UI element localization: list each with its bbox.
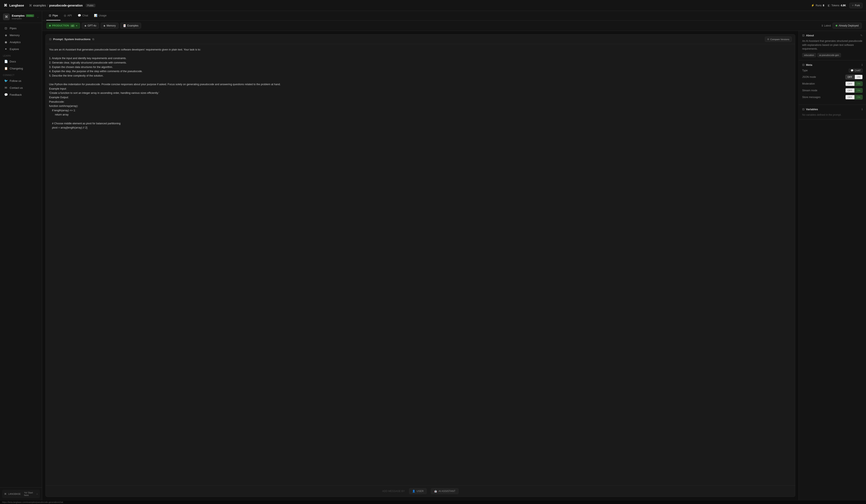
json-mode-toggle: OFF ON xyxy=(845,75,863,79)
about-text: An AI Assistant that generates structure… xyxy=(802,39,863,51)
variables-title: ⊡ Variables xyxy=(802,108,818,111)
breadcrumb-icon: ⌘ xyxy=(29,4,32,7)
model-button[interactable]: ◈ GPT-4o xyxy=(82,23,99,28)
sidebar-item-pipes[interactable]: ⊡ Pipes xyxy=(1,25,41,32)
sidebar-item-changelog[interactable]: 📋 Changelog xyxy=(1,65,41,72)
prod-chevron: ▾ xyxy=(76,24,77,27)
json-mode-row: JSON mode OFF ON xyxy=(802,75,863,79)
meta-icon: ⊡ xyxy=(802,63,804,67)
examples-button[interactable]: 🃏 Examples xyxy=(120,23,141,28)
tab-api[interactable]: ◎ API xyxy=(61,11,74,20)
runs-stat: ⚡ Runs 8 xyxy=(811,4,824,7)
production-button[interactable]: PRODUCTION v2 ▾ xyxy=(46,23,80,28)
tokens-icon: ◧ xyxy=(828,4,830,7)
about-title-text: About xyxy=(806,34,814,37)
model-label: GPT-4o xyxy=(88,24,96,27)
stream-off[interactable]: OFF xyxy=(845,88,855,93)
sidebar-item-docs[interactable]: 📄 Docs xyxy=(1,58,41,65)
changelog-icon: 📋 xyxy=(4,67,8,70)
analytics-icon: ◉ xyxy=(4,41,8,44)
about-header: ⊡ About ✎ xyxy=(802,34,863,37)
pipe-tab-label: Pipe xyxy=(53,14,58,17)
langbase-footer-label: LANGBASE xyxy=(8,493,21,495)
pipe-body: ⊡ Prompt: System Instructions ⧉ ⊙ Compar… xyxy=(42,31,866,500)
tab-pipe[interactable]: ⊡ Pipe xyxy=(46,11,60,20)
store-on[interactable]: ON xyxy=(855,95,863,100)
about-section: ⊡ About ✎ An AI Assistant that generates… xyxy=(799,31,866,60)
store-messages-row: Store messages OFF ON xyxy=(802,95,863,100)
brand[interactable]: ⌘ Langbase xyxy=(3,3,24,8)
workspace-switcher[interactable]: ⌘ Examples Hobby examples ⌄ xyxy=(0,11,42,23)
store-off[interactable]: OFF xyxy=(845,95,855,100)
add-ai-button[interactable]: 🤖 AI ASSISTANT xyxy=(431,488,458,494)
prod-status-dot xyxy=(49,25,51,26)
topbar-right: ⚡ Runs 8 ◧ Tokens 4.8K ⑂ Fork xyxy=(811,3,863,8)
store-messages-key: Store messages xyxy=(802,96,821,99)
memory-tool-icon: ◈ xyxy=(103,24,105,27)
add-user-button[interactable]: 👤 USER xyxy=(409,488,427,494)
workspace-sub: examples xyxy=(12,17,35,20)
workspace-name: Examples xyxy=(12,14,25,17)
runs-icon: ⚡ xyxy=(811,4,814,7)
variables-header: ⊡ Variables ℹ xyxy=(802,108,863,111)
json-mode-on[interactable]: ON xyxy=(855,75,863,79)
follow-label: Follow us xyxy=(10,79,21,82)
analytics-label: Analytics xyxy=(10,41,21,44)
about-title: ⊡ About xyxy=(802,34,814,37)
prompt-copy-icon[interactable]: ⧉ xyxy=(92,38,94,41)
moderation-row: Moderation OFF ON xyxy=(802,81,863,86)
start-here-button[interactable]: ⌘ LANGBASE Yo! Start here » xyxy=(2,490,40,498)
sidebar: ⌘ Examples Hobby examples ⌄ ⊡ Pipes ◈ Me… xyxy=(0,11,42,500)
memory-button[interactable]: ◈ Memory xyxy=(101,23,118,28)
sidebar-item-analytics[interactable]: ◉ Analytics xyxy=(1,39,41,45)
moderation-off[interactable]: OFF xyxy=(845,81,855,86)
latest-indicator: ℹ Latest xyxy=(822,24,831,27)
sidebar-item-contact[interactable]: ✉ Contact us xyxy=(1,84,41,91)
chat-tab-icon: 💬 xyxy=(78,14,81,17)
compare-versions-button[interactable]: ⊙ Compare Versions xyxy=(765,37,792,42)
user-label: USER xyxy=(417,490,423,493)
api-tab-label: API xyxy=(67,14,72,17)
usage-tab-icon: 📊 xyxy=(94,14,97,17)
tab-chat[interactable]: 💬 Chat xyxy=(75,11,91,20)
variables-icon: ⊡ xyxy=(802,108,804,111)
prod-label: PRODUCTION xyxy=(52,24,69,27)
already-deployed-button[interactable]: Already Deployed xyxy=(833,23,862,28)
prompt-content[interactable]: You are an AI Assistant that generates p… xyxy=(46,44,795,485)
examples-label: Examples xyxy=(127,24,138,27)
deployed-label: Already Deployed xyxy=(839,24,859,27)
sidebar-item-memory[interactable]: ◈ Memory xyxy=(1,32,41,38)
learn-section-label: Learn xyxy=(0,53,42,58)
fork-button[interactable]: ⑂ Fork xyxy=(850,3,863,8)
about-icon: ⊡ xyxy=(802,34,804,37)
sidebar-footer: ⌘ LANGBASE Yo! Start here » xyxy=(0,488,42,500)
stream-mode-row: Stream mode OFF ON xyxy=(802,88,863,93)
stream-on[interactable]: ON xyxy=(855,88,863,93)
sidebar-item-explore[interactable]: ✦ Explore xyxy=(1,46,41,53)
moderation-key: Moderation xyxy=(802,82,815,85)
api-tab-icon: ◎ xyxy=(64,14,66,17)
compare-icon: ⊙ xyxy=(767,38,769,41)
chat-tab-label: Chat xyxy=(82,14,88,17)
json-mode-off[interactable]: OFF xyxy=(845,75,855,79)
latest-info-icon: ℹ xyxy=(822,24,823,27)
ai-label: AI ASSISTANT xyxy=(438,490,455,493)
about-edit-icon[interactable]: ✎ xyxy=(860,34,863,37)
follow-icon: 🐦 xyxy=(4,79,8,82)
moderation-toggle: OFF ON xyxy=(845,81,863,86)
start-here-text: Yo! Start here xyxy=(24,491,35,496)
workspace-name[interactable]: examples xyxy=(33,4,46,7)
sidebar-nav: ⊡ Pipes ◈ Memory ◉ Analytics ✦ Explore L… xyxy=(0,23,42,488)
chat-type-icon: 💬 xyxy=(851,69,854,72)
tokens-value: 4.8K xyxy=(841,4,846,7)
sidebar-item-follow[interactable]: 🐦 Follow us xyxy=(1,77,41,84)
prompt-area: ⊡ Prompt: System Instructions ⧉ ⊙ Compar… xyxy=(42,31,799,500)
tab-usage[interactable]: 📊 Usage xyxy=(91,11,109,20)
sidebar-item-feedback[interactable]: 💬 Feedback xyxy=(1,91,41,98)
store-messages-toggle: OFF ON xyxy=(845,95,863,100)
moderation-on[interactable]: ON xyxy=(855,81,863,86)
tag-list: education ai-pseudocode-gen xyxy=(802,53,863,57)
variables-section: ⊡ Variables ℹ No variables defined in th… xyxy=(799,105,866,119)
stream-mode-toggle: OFF ON xyxy=(845,88,863,93)
runs-value: 8 xyxy=(823,4,824,7)
